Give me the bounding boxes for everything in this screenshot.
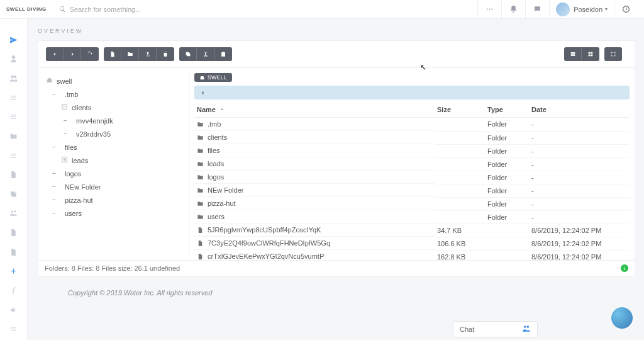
tree-node[interactable]: −logos bbox=[42, 167, 185, 180]
breadcrumb-badge[interactable]: SWELL bbox=[194, 73, 232, 82]
nav-f[interactable]: f bbox=[0, 282, 28, 299]
nav-file3[interactable] bbox=[0, 244, 28, 261]
mouse-cursor-icon: ↖ bbox=[420, 63, 426, 72]
tree-toggle[interactable]: − bbox=[62, 117, 69, 124]
tree-toggle[interactable]: − bbox=[51, 144, 57, 150]
cell-size bbox=[435, 210, 485, 224]
tree-node[interactable]: −v28rddrv35 bbox=[42, 127, 185, 140]
tb-upload-button[interactable] bbox=[139, 47, 157, 61]
table-row[interactable]: NEw FolderFolder- bbox=[194, 184, 630, 197]
tree-node[interactable]: −NEw Folder bbox=[42, 180, 185, 193]
tb-delete-button[interactable] bbox=[157, 47, 174, 61]
cell-name: 7C3yE2Q4f9owClWRfqFHNeDIpfW5Gq bbox=[194, 237, 435, 250]
tree-node[interactable]: −files bbox=[42, 140, 185, 154]
table-row[interactable]: clientsFolder- bbox=[194, 131, 630, 144]
tree-node[interactable]: leads bbox=[42, 154, 185, 167]
file-icon bbox=[197, 253, 204, 260]
tree-node-label: v28rddrv35 bbox=[76, 130, 111, 138]
go-up-bar[interactable] bbox=[194, 86, 630, 99]
cell-size bbox=[435, 197, 485, 210]
tb-view-list-button[interactable] bbox=[564, 47, 582, 61]
cell-size bbox=[435, 118, 485, 132]
tb-cut-button[interactable] bbox=[197, 47, 214, 61]
nav-list3[interactable] bbox=[0, 147, 28, 164]
tb-copy-button[interactable] bbox=[179, 47, 197, 61]
cell-type: Folder bbox=[485, 118, 529, 132]
search-input[interactable] bbox=[70, 6, 208, 13]
tree-root[interactable]: swell bbox=[42, 74, 185, 88]
table-row[interactable]: logosFolder- bbox=[194, 171, 630, 184]
col-date[interactable]: Date bbox=[529, 102, 630, 118]
table-row[interactable]: .tmbFolder- bbox=[194, 118, 630, 132]
table-row[interactable]: 5JR6pglvmYwp8cUSpbff4pZoscIYqK34.7 KB8/6… bbox=[194, 224, 630, 237]
table-row[interactable]: crTxIGJevEKePwxYGI2qvNcu5vumtP162.8 KB8/… bbox=[194, 250, 630, 260]
tree-node-label: users bbox=[65, 210, 82, 217]
activity-button[interactable] bbox=[614, 0, 638, 19]
table-row[interactable]: 7C3yE2Q4f9owClWRfqFHNeDIpfW5Gq106.6 KB8/… bbox=[194, 237, 630, 250]
nav-users[interactable] bbox=[0, 70, 28, 87]
tree-toggle[interactable]: − bbox=[51, 183, 57, 190]
grid-icon bbox=[587, 51, 594, 57]
more-button[interactable] bbox=[477, 0, 501, 19]
file-icon bbox=[197, 240, 204, 247]
table-row[interactable]: pizza-hutFolder- bbox=[194, 197, 630, 210]
chat-widget[interactable]: Chat bbox=[453, 321, 538, 337]
nav-list[interactable] bbox=[0, 89, 28, 106]
tree-node[interactable]: −mvv4ennjdk bbox=[42, 114, 185, 127]
tb-newfile-button[interactable] bbox=[104, 47, 121, 61]
tb-back-button[interactable] bbox=[46, 47, 64, 61]
cell-type bbox=[485, 250, 529, 260]
col-name[interactable]: Name bbox=[194, 102, 435, 118]
tb-paste-button[interactable] bbox=[214, 47, 232, 61]
help-fab[interactable] bbox=[611, 307, 633, 329]
table-row[interactable]: filesFolder- bbox=[194, 144, 630, 157]
tree-toggle[interactable]: − bbox=[62, 130, 69, 137]
users-icon bbox=[9, 74, 18, 82]
nav-file2[interactable] bbox=[0, 224, 28, 241]
tree-node[interactable]: clients bbox=[42, 101, 185, 114]
tree-node[interactable]: −pizza-hut bbox=[42, 193, 185, 207]
nav-folder[interactable] bbox=[0, 128, 28, 145]
tb-refresh-button[interactable] bbox=[81, 47, 99, 61]
tree-toggle[interactable]: − bbox=[51, 170, 57, 177]
nav-list2[interactable] bbox=[0, 109, 28, 126]
folder-tree[interactable]: swell −.tmbclients−mvv4ennjdk−v28rddrv35… bbox=[38, 68, 189, 260]
nav-chat[interactable] bbox=[0, 205, 28, 222]
bell-icon bbox=[509, 5, 518, 13]
cell-type bbox=[485, 237, 529, 250]
list-icon bbox=[9, 152, 18, 160]
table-row[interactable]: usersFolder- bbox=[194, 210, 630, 224]
nav-list4[interactable] bbox=[0, 320, 28, 337]
main-area: OVERVIEW bbox=[28, 19, 644, 340]
col-type[interactable]: Type bbox=[485, 102, 529, 118]
tb-fullscreen-button[interactable] bbox=[604, 47, 622, 61]
status-badge[interactable]: 1 bbox=[621, 264, 628, 272]
nav-copy[interactable] bbox=[0, 186, 28, 203]
cell-type: Folder bbox=[485, 210, 529, 224]
file-table-scroll[interactable]: Name Size Type Date .tmbFolder-clientsFo… bbox=[194, 102, 630, 260]
nav-user[interactable] bbox=[0, 51, 28, 68]
folder-icon bbox=[197, 200, 204, 207]
nav-send[interactable] bbox=[0, 31, 28, 48]
global-search[interactable] bbox=[59, 6, 477, 13]
nav-announce[interactable] bbox=[0, 302, 28, 319]
tree-node[interactable]: −.tmb bbox=[42, 88, 185, 101]
tb-view-grid-button[interactable] bbox=[582, 47, 599, 61]
tree-node[interactable]: −users bbox=[42, 207, 185, 220]
notifications-button[interactable] bbox=[501, 0, 525, 19]
tb-newfolder-button[interactable] bbox=[121, 47, 139, 61]
avatar bbox=[556, 3, 570, 16]
step-back-icon bbox=[52, 51, 58, 57]
tb-forward-button[interactable] bbox=[64, 47, 81, 61]
cell-type: Folder bbox=[485, 171, 529, 184]
nav-file[interactable] bbox=[0, 166, 28, 183]
user-menu[interactable]: Poseidon ▾ bbox=[549, 0, 614, 19]
caret-down-icon: ▾ bbox=[605, 6, 608, 12]
tree-toggle[interactable]: − bbox=[51, 210, 57, 217]
tree-toggle[interactable]: − bbox=[51, 196, 57, 203]
nav-add[interactable] bbox=[0, 263, 28, 280]
col-size[interactable]: Size bbox=[435, 102, 485, 118]
table-row[interactable]: leadsFolder- bbox=[194, 157, 630, 171]
messages-button[interactable] bbox=[525, 0, 549, 19]
tree-toggle[interactable]: − bbox=[51, 91, 57, 98]
